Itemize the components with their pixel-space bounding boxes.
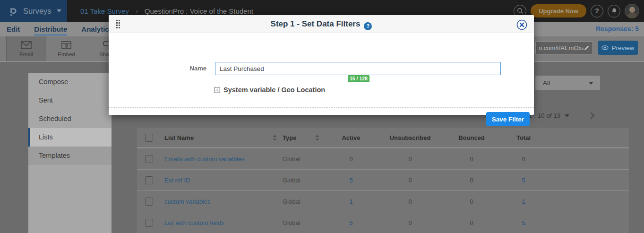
bounced-count: 0 <box>443 219 500 226</box>
next-page-button[interactable] <box>590 112 595 120</box>
plus-square-icon <box>214 87 220 93</box>
toolbar-item-label: Embed <box>58 52 75 57</box>
bounced-count: 0 <box>443 155 500 163</box>
lists-table: List Name Type Active Unsubscribed Bounc… <box>137 128 629 233</box>
total-count: 0 <box>500 155 547 163</box>
col-active: Active <box>325 134 377 141</box>
active-count[interactable]: 5 <box>325 177 377 184</box>
toolbar-item-email[interactable]: Email <box>6 36 46 61</box>
list-name-link[interactable]: Ext ref ID <box>164 177 283 184</box>
sidebar-item-templates[interactable]: Templates <box>28 147 112 165</box>
embed-icon <box>61 41 71 49</box>
col-unsubscribed: Unsubscribed <box>377 134 443 141</box>
total-count[interactable]: 5 <box>500 219 547 226</box>
question-icon: ? <box>595 7 599 15</box>
preview-button[interactable]: Preview <box>598 41 638 55</box>
bounced-count: 0 <box>443 198 500 205</box>
unsubscribed-count: 0 <box>377 177 443 184</box>
row-checkbox[interactable] <box>145 176 153 184</box>
toolbar-item-label: Email <box>19 52 33 57</box>
sidebar-item-compose[interactable]: Compose <box>28 73 112 91</box>
bounced-count: 0 <box>443 177 500 184</box>
unsubscribed-count: 0 <box>377 219 443 226</box>
edit-pencil-icon[interactable] <box>584 45 590 51</box>
close-icon <box>516 19 527 30</box>
select-all-checkbox[interactable] <box>145 134 153 142</box>
email-icon <box>21 41 32 49</box>
table-row: List with custom feilds Global 5 0 0 5 <box>137 212 629 233</box>
modal-body: Name 15 / 128 System variable / Geo Loca… <box>109 33 534 115</box>
system-variable-label: System variable / Geo Location <box>223 86 325 94</box>
table-row: Ext ref ID Global 5 0 0 5 <box>137 169 629 190</box>
char-counter-badge: 15 / 128 <box>348 75 369 82</box>
list-filter-value: All <box>543 79 589 86</box>
system-variable-link[interactable]: System variable / Geo Location <box>214 86 325 94</box>
sort-icon[interactable] <box>273 135 277 141</box>
breadcrumb-survey-link[interactable]: 01 Take Survey <box>80 7 129 15</box>
col-bounced: Bounced <box>443 134 500 141</box>
table-row: custom variables Global 1 0 0 1 <box>137 190 629 212</box>
row-checkbox[interactable] <box>145 219 153 227</box>
notifications-button[interactable] <box>608 5 620 17</box>
responses-count: Responses: 5 <box>596 22 639 36</box>
app-window: Surveys 01 Take Survey › QuestionPro : V… <box>0 0 644 233</box>
list-type: Global <box>283 219 325 226</box>
table-row: Emails with custom varialbles Global 0 0… <box>137 148 629 169</box>
set-data-filters-modal: Step 1 - Set Data Filters? Name 15 / 128 <box>109 15 534 115</box>
distribute-sidebar: Compose Sent Scheduled Lists Templates <box>28 73 112 233</box>
list-type: Global <box>283 155 325 163</box>
active-count: 0 <box>325 155 377 163</box>
total-count[interactable]: 1 <box>500 198 547 205</box>
row-checkbox[interactable] <box>145 155 153 163</box>
sidebar-item-scheduled[interactable]: Scheduled <box>28 110 112 128</box>
list-name-link[interactable]: Emails with custom varialbles <box>164 155 283 163</box>
pagination: 1 - 10 of 13 <box>528 112 595 120</box>
list-type: Global <box>283 177 325 184</box>
user-avatar[interactable] <box>625 4 639 18</box>
surveys-menu[interactable]: Surveys <box>0 0 67 22</box>
survey-url-field[interactable]: o.com/t/AEmOxz <box>535 41 593 54</box>
save-filter-button[interactable]: Save Filter <box>486 112 530 126</box>
chevron-down-icon <box>589 82 593 85</box>
preview-label: Preview <box>611 44 634 52</box>
tab-edit[interactable]: Edit <box>7 23 20 35</box>
list-filter-dropdown[interactable]: All <box>535 76 600 90</box>
col-list-name: List Name <box>164 134 194 141</box>
list-type: Global <box>283 198 325 205</box>
row-checkbox[interactable] <box>145 198 153 206</box>
modal-help-icon[interactable]: ? <box>364 22 372 30</box>
name-label: Name <box>180 65 206 72</box>
drag-handle-icon[interactable] <box>116 20 120 28</box>
modal-title: Step 1 - Set Data Filters? <box>109 15 534 33</box>
total-count[interactable]: 5 <box>500 177 547 184</box>
list-name-link[interactable]: custom variables <box>164 198 283 205</box>
tab-distribute[interactable]: Distribute <box>34 23 67 35</box>
eye-icon <box>601 45 609 50</box>
active-count[interactable]: 1 <box>325 198 377 205</box>
help-button[interactable]: ? <box>591 5 603 17</box>
unsubscribed-count: 0 <box>377 198 443 205</box>
filter-name-input[interactable] <box>215 62 501 75</box>
col-total: Total <box>500 134 547 141</box>
upgrade-now-button[interactable]: Upgrade Now <box>531 4 586 17</box>
col-type: Type <box>283 134 296 141</box>
sidebar-item-sent[interactable]: Sent <box>28 91 112 110</box>
modal-header: Step 1 - Set Data Filters? <box>109 15 534 33</box>
chevron-right-icon <box>590 112 595 120</box>
toolbar-item-embed[interactable]: Embed <box>46 36 86 61</box>
modal-divider <box>109 107 534 108</box>
breadcrumb-separator: › <box>136 7 138 15</box>
sort-icon[interactable] <box>315 135 319 141</box>
pagination-caret-icon[interactable] <box>565 114 569 117</box>
list-name-link[interactable]: List with custom feilds <box>164 219 283 226</box>
bell-icon <box>611 8 618 14</box>
questionpro-logo-icon <box>7 5 19 17</box>
breadcrumb-page-title: QuestionPro : Voice of the Student <box>145 7 253 15</box>
sidebar-item-lists[interactable]: Lists <box>28 128 112 147</box>
modal-close-button[interactable] <box>516 19 527 30</box>
search-icon <box>517 8 524 14</box>
unsubscribed-count: 0 <box>377 155 443 163</box>
chevron-down-icon <box>57 9 61 12</box>
surveys-label: Surveys <box>23 7 52 16</box>
active-count[interactable]: 5 <box>325 219 377 226</box>
